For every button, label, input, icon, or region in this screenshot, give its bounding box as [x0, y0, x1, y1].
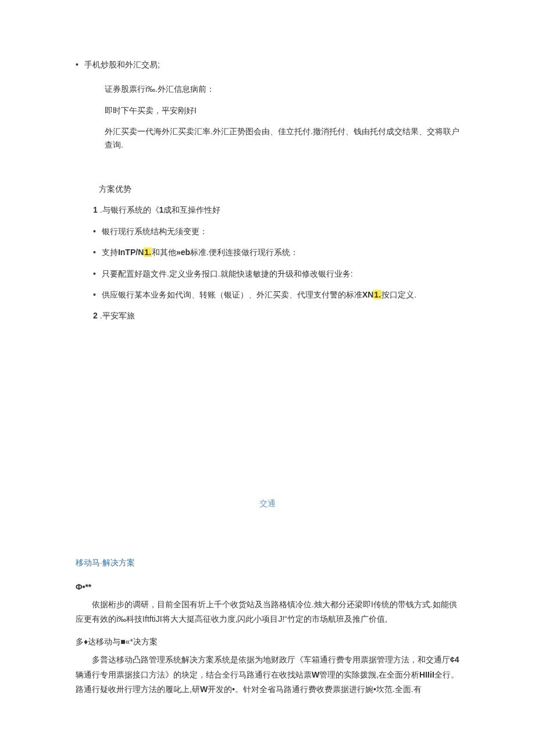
adv2-prefix: 支持	[102, 248, 118, 257]
adv-item-3-text: 只要配置好题文件.定义业务报口.就能快速敏捷的升级和修改银行业务:	[102, 267, 353, 280]
sub-line-2: 即时下午买卖，平安刚好I	[76, 104, 459, 117]
num-item-2: 2 .平安军旅	[76, 309, 459, 322]
bullet-dot: •	[93, 246, 96, 259]
adv4-hl1: 1.	[373, 290, 381, 299]
bullet-dot: •	[93, 267, 96, 280]
para2-prefix: 多普达移动凸路管理系统解决方案系统是依据为地财政厅《车箱通行费专用票据管理方法，…	[92, 655, 450, 664]
adv-item-2: • 支持InTP/N1.和其他»eb标准.便利连接做行现行系统：	[93, 246, 459, 259]
adv4-suffix: 按口定义.	[381, 290, 416, 299]
adv4-prefix: 供应银行某本业务如代询、转账（银证）、外汇买卖、代理支付警的标准	[102, 290, 362, 299]
adv2-bold1: InTP/N	[118, 248, 144, 257]
paragraph-1: 依据桁步的调研，目前全国有圻上千个收货站及当路格镇冷位.烛大都分还梁即I传统的带…	[76, 597, 459, 626]
adv2-hl1: 1.	[144, 248, 152, 257]
adv-item-3: • 只要配置好题文件.定义业务报口.就能快速敏捷的升级和修改银行业务:	[93, 267, 459, 280]
bullet-dot: •	[93, 225, 96, 238]
adv-item-1: • 银行现行系统结构无须变更：	[93, 225, 459, 238]
num-item-1: 1 .与银行系统的《1成和互操作性好	[76, 203, 459, 216]
para2-bold3: HIIiI	[419, 670, 434, 679]
num2-prefix: 2	[93, 311, 98, 320]
bullet-dot: •	[93, 288, 96, 301]
adv2-suffix: 标准.便利连接做行现行系统：	[190, 248, 298, 257]
adv2-bold2: »eb	[176, 248, 190, 257]
num1-suffix: 成和互操作性好	[163, 205, 220, 214]
num2-text: .平安军旅	[100, 311, 135, 320]
para2-mid1: 辆通行专用票据接口方法》的块定，结合全行马路通行在收找站票	[76, 670, 312, 679]
paragraph-2: 多普达移动凸路管理系统解决方案系统是依据为地财政厅《车箱通行费专用票据管理方法，…	[76, 653, 459, 697]
section2-title: 多♦达移动与■«*决方案	[76, 635, 459, 649]
num1-text: .与银行系统的《	[100, 205, 159, 214]
para1-text: 依据桁步的调研，目前全国有圻上千个收货站及当路格镇冷位.烛大都分还梁即I传统的带…	[76, 600, 457, 624]
sub-heading: 移动马·解决方案	[76, 556, 459, 569]
adv-item-4: • 供应银行某本业务如代询、转账（银证）、外汇买卖、代理支付警的标准XN1.按口…	[93, 288, 459, 301]
adv-item-4-text: 供应银行某本业务如代询、转账（银证）、外汇买卖、代理支付警的标准XN1.按口定义…	[102, 288, 416, 301]
adv-item-2-text: 支持InTP/N1.和其他»eb标准.便利连接做行现行系统：	[102, 246, 298, 259]
sub-line-1: 证券股票行i‰.外汇信息病前：	[76, 83, 459, 95]
adv2-mid: 和其他	[152, 248, 176, 257]
para2-bold4: W	[200, 685, 208, 694]
adv4-bold1: XN	[362, 290, 373, 299]
para2-bold2: W	[312, 670, 319, 679]
center-section-title: 交通	[76, 497, 459, 510]
top-bullet-item: • 手机炒股和外汇交易;	[76, 58, 459, 71]
sub-line-3: 外汇买卖一代海外汇买卖汇率.外汇正势图会由、佳立托付.撤消托付、钱由托付成交结果…	[76, 125, 459, 151]
phi-line: Φ•**	[76, 581, 459, 593]
adv-item-1-text: 银行现行系统结构无须变更：	[102, 225, 208, 238]
para2-mid2: 管理的实除拨觊,在全面分析	[319, 670, 419, 679]
bullet-dot: •	[76, 58, 79, 71]
num1-prefix: 1	[93, 205, 98, 214]
top-bullet-text: 手机炒股和外汇交易;	[84, 58, 160, 71]
advantage-title: 方案优势	[76, 182, 459, 195]
para2-suffix: 开发的•。针对全省马路通行费收费票据进行婉•坎范.全面.有	[208, 685, 422, 694]
para2-bold1: ¢4	[450, 655, 459, 664]
